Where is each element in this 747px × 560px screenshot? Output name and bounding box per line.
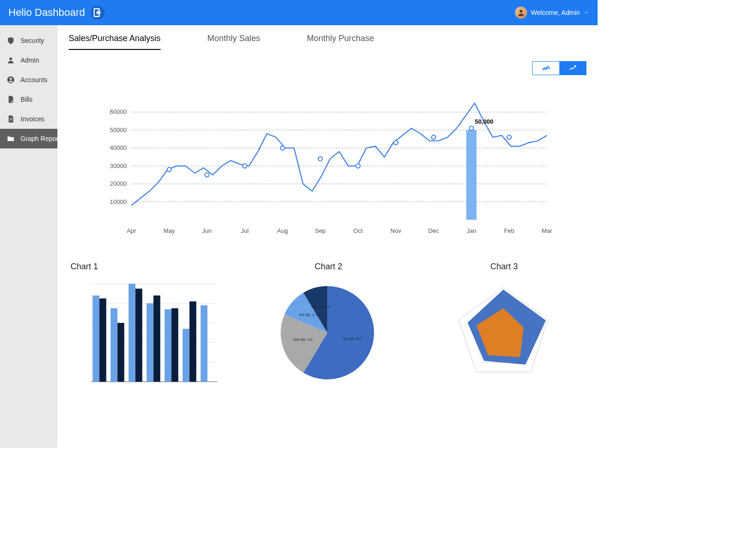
svg-point-31 — [167, 168, 171, 172]
bill-icon — [7, 95, 15, 104]
svg-text:Oct: Oct — [353, 227, 363, 234]
svg-rect-52 — [128, 284, 135, 382]
trend-icon — [569, 65, 577, 71]
sidebar-item-graph-report[interactable]: Graph Report — [0, 129, 57, 148]
multiline-icon — [542, 65, 550, 71]
sidebar-item-bills[interactable]: Bills — [0, 90, 57, 109]
sidebar-item-label: Security — [21, 37, 44, 44]
svg-point-37 — [394, 140, 398, 145]
chart-1: Chart 1 — [69, 262, 235, 388]
avatar — [515, 7, 527, 19]
sidebar-item-label: Accounts — [21, 76, 48, 84]
svg-text:Apr: Apr — [127, 227, 136, 234]
svg-text:2nd Qtr, 3.2: 2nd Qtr, 3.2 — [293, 337, 313, 342]
svg-point-35 — [318, 157, 323, 161]
sidebar-item-admin[interactable]: Admin — [0, 50, 57, 70]
svg-rect-59 — [190, 301, 197, 382]
svg-rect-60 — [201, 305, 208, 382]
invoice-icon — [7, 115, 15, 123]
chart-3: Chart 3 — [420, 262, 586, 388]
welcome-text: Welcome, Admin — [531, 9, 580, 16]
svg-point-38 — [431, 135, 436, 140]
svg-text:50000: 50000 — [110, 126, 127, 133]
svg-text:20000: 20000 — [110, 180, 127, 187]
svg-text:Feb: Feb — [504, 227, 514, 234]
svg-point-40 — [507, 135, 511, 140]
folder-icon — [7, 134, 15, 143]
chevron-down-icon — [584, 10, 589, 15]
line-chart-svg: 100002000030000400005000060000AprMayJunJ… — [69, 98, 586, 238]
svg-text:60000: 60000 — [110, 108, 127, 115]
user-menu[interactable]: Welcome, Admin — [515, 7, 589, 19]
chart-1-title: Chart 1 — [69, 262, 235, 272]
svg-text:30000: 30000 — [110, 162, 127, 169]
chart-2: Chart 2 1st Qtr, 8.22nd Qtr, 3.23rd Qtr,… — [244, 262, 410, 388]
svg-rect-51 — [117, 323, 124, 382]
svg-text:Dec: Dec — [428, 227, 439, 234]
sidebar-item-security[interactable]: Security — [0, 31, 57, 50]
app-title: Helio Dashboard — [8, 7, 85, 19]
account-icon — [7, 76, 15, 84]
svg-rect-58 — [183, 329, 190, 382]
svg-rect-54 — [147, 303, 154, 382]
sidebar-item-label: Admin — [21, 56, 39, 64]
sidebar-item-accounts[interactable]: Accounts — [0, 70, 57, 90]
tab-monthly-purchase[interactable]: Monthly Purchase — [307, 34, 374, 50]
person-icon — [7, 56, 15, 64]
svg-text:May: May — [163, 227, 175, 234]
sidebar-item-invoices[interactable]: Invoices — [0, 109, 57, 129]
svg-point-4 — [10, 77, 12, 80]
svg-rect-30 — [466, 130, 477, 220]
radar-chart-svg — [420, 279, 586, 386]
sidebar-item-label: Bills — [21, 96, 33, 103]
sidebar: Security Admin Accounts Bills Invoices G… — [0, 25, 57, 448]
svg-text:Nov: Nov — [390, 227, 402, 234]
svg-text:4th Qtr, 1.2: 4th Qtr, 1.2 — [311, 305, 330, 309]
svg-text:Jan: Jan — [466, 227, 476, 234]
small-charts-row: Chart 1 Chart 2 1st Qtr, 8.22nd Qtr, 3.2… — [69, 262, 586, 388]
toggle-trend[interactable] — [559, 61, 586, 75]
tabs: Sales/Purchase Analysis Monthly Sales Mo… — [69, 34, 586, 50]
header: Helio Dashboard Welcome, Admin — [0, 0, 598, 25]
svg-rect-50 — [111, 308, 118, 382]
pie-chart-svg: 1st Qtr, 8.22nd Qtr, 3.23rd Qtr, 1.44th … — [244, 279, 410, 386]
svg-rect-53 — [135, 289, 142, 382]
bar-chart-svg — [69, 279, 235, 386]
svg-point-39 — [469, 126, 473, 130]
toggle-multiline[interactable] — [532, 61, 559, 75]
highlight-label: 50,000 — [475, 118, 493, 125]
shield-icon — [7, 36, 15, 45]
svg-rect-49 — [99, 299, 106, 382]
chart-2-title: Chart 2 — [244, 262, 410, 272]
svg-point-34 — [281, 146, 285, 150]
svg-point-33 — [243, 164, 247, 168]
svg-text:Aug: Aug — [277, 227, 288, 234]
chart-type-toggle — [532, 61, 586, 75]
svg-text:40000: 40000 — [110, 144, 127, 151]
tab-sales-purchase[interactable]: Sales/Purchase Analysis — [69, 34, 161, 50]
sidebar-item-label: Invoices — [21, 115, 44, 123]
svg-text:1st Qtr, 8.2: 1st Qtr, 8.2 — [343, 336, 362, 341]
tab-monthly-sales[interactable]: Monthly Sales — [207, 34, 260, 50]
svg-rect-57 — [171, 308, 178, 382]
svg-rect-48 — [92, 295, 99, 382]
svg-text:Sep: Sep — [315, 227, 325, 234]
svg-text:10000: 10000 — [110, 198, 127, 205]
main-chart: 50,000 100002000030000400005000060000Apr… — [69, 98, 586, 238]
svg-text:Mar: Mar — [542, 227, 552, 234]
logout-button[interactable] — [91, 6, 105, 20]
svg-text:Jul: Jul — [241, 227, 249, 234]
svg-point-36 — [356, 164, 360, 168]
svg-text:3rd Qtr, 1.4: 3rd Qtr, 1.4 — [299, 313, 318, 317]
svg-point-1 — [520, 10, 522, 13]
svg-rect-55 — [154, 295, 161, 382]
svg-point-5 — [12, 100, 14, 103]
main-content: Sales/Purchase Analysis Monthly Sales Mo… — [57, 25, 598, 448]
svg-rect-56 — [165, 309, 172, 382]
svg-text:Jun: Jun — [202, 227, 212, 234]
svg-point-32 — [205, 173, 209, 177]
chart-3-title: Chart 3 — [420, 262, 586, 272]
sidebar-item-label: Graph Report — [21, 135, 60, 142]
logout-icon — [92, 7, 103, 18]
svg-point-2 — [9, 57, 12, 60]
